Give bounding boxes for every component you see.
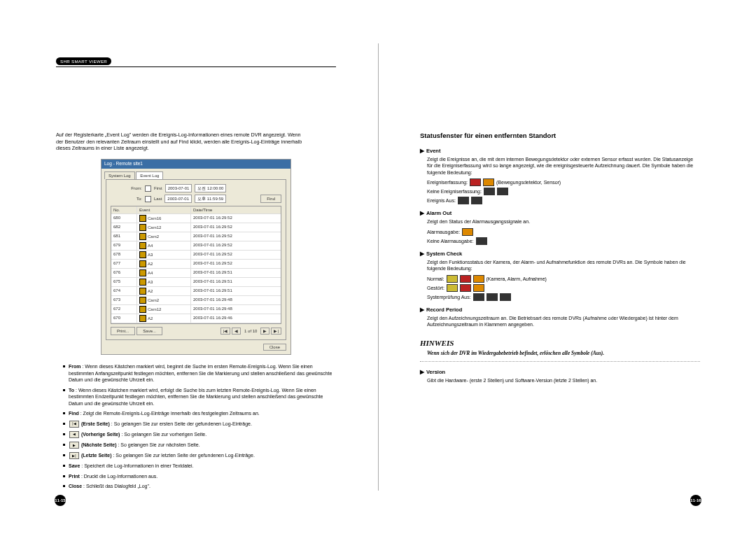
right-content: Statusfenster für einen entfernten Stand… — [420, 132, 700, 384]
close-button[interactable]: Close — [263, 344, 286, 351]
tab-system-log[interactable]: System Log — [104, 171, 135, 179]
first-checkbox[interactable] — [145, 185, 151, 192]
bullet-item: To : Wenn dieses Kästchen markiert wird,… — [63, 387, 336, 407]
table-row[interactable]: 677A22003-07-01 16:29:52 — [111, 260, 281, 269]
alarm-sys-off-icon — [486, 293, 498, 301]
dotted-divider — [420, 361, 700, 362]
to-label: To: — [111, 196, 142, 202]
dialog-panel: From: First 2003-07-01 오전 12:00:00 To: L… — [106, 179, 286, 340]
event-icon — [139, 279, 146, 286]
from-date[interactable]: 2003-07-01 — [165, 184, 192, 192]
nav-icon: ◀ — [69, 431, 79, 438]
section-title: Statusfenster für einen entfernten Stand… — [420, 132, 700, 141]
bullet-item: Close : Schließt das Dialogfeld „Log". — [63, 483, 336, 489]
last-checkbox[interactable] — [145, 196, 151, 202]
hinweis-label: HINWEIS — [420, 338, 700, 349]
table-row[interactable]: 673Cam22003-07-01 16:29:48 — [111, 296, 281, 305]
from-row: From: First 2003-07-01 오전 12:00:00 — [111, 184, 281, 192]
event-icon — [139, 242, 146, 249]
to-row: To: Last 2003-07-01 오후 11:59:59 Find — [111, 195, 281, 203]
record-fault-icon — [473, 284, 484, 292]
print-button[interactable]: Print... — [111, 327, 135, 335]
bullet-item: ▶ (Nächste Seite) : So gelangen Sie zur … — [63, 442, 336, 449]
motion-idle-icon — [484, 188, 495, 195]
spread: SHR SMART VIEWER Auf der Registerkarte „… — [0, 0, 756, 534]
table-row[interactable]: 680Cam162003-07-01 16:29:52 — [111, 214, 281, 223]
left-page: SHR SMART VIEWER Auf der Registerkarte „… — [0, 0, 378, 534]
camera-off-icon — [473, 293, 484, 301]
bullet-item: ▶| (Letzte Seite) : So gelangen Sie zur … — [63, 452, 336, 459]
grid-header: No. Event Date/Time — [111, 206, 281, 214]
table-row[interactable]: 681Cam22003-07-01 16:29:52 — [111, 232, 281, 241]
motion-off-icon — [458, 197, 469, 204]
syscheck-line2: Gestört: — [427, 284, 700, 292]
nav-icon: ▶ — [69, 442, 79, 449]
syscheck-line1: Normal: (Kamera, Alarm, Aufnahme) — [427, 275, 700, 283]
next-page-button[interactable]: ▶ — [260, 328, 270, 335]
motion-detected-icon — [470, 178, 481, 186]
table-row[interactable]: 678A32003-07-01 16:29:52 — [111, 251, 281, 260]
nav-row: Print... Save... |◀ ◀ 1 of 10 ▶ ▶| — [111, 327, 281, 335]
save-button[interactable]: Save... — [136, 327, 162, 335]
tab-event-log[interactable]: Event Log — [136, 171, 163, 179]
event-desc: Zeigt die Ereignisse an, die mit dem int… — [427, 156, 700, 176]
syscheck-line3: Systemprüfung Aus: — [427, 293, 700, 301]
syscheck-heading: ▶System Check — [420, 251, 700, 258]
record-off-icon — [500, 293, 511, 301]
record-ok-icon — [473, 275, 484, 283]
dialog-titlebar: Log - Remote site1 — [102, 160, 290, 169]
table-row[interactable]: 674A22003-07-01 16:29:51 — [111, 287, 281, 296]
record-heading: ▶Record Period — [420, 307, 700, 314]
from-time[interactable]: 오전 12:00:00 — [195, 184, 226, 192]
page-indicator: 1 of 10 — [242, 328, 259, 334]
bullet-item: Print : Druckt die Log-Informationen aus… — [63, 473, 336, 479]
nav-icon: |◀ — [69, 421, 79, 428]
log-dialog: Log - Remote site1 System Log Event Log … — [101, 159, 291, 355]
event-icon — [139, 260, 146, 267]
bullet-item: Find : Zeigt die Remote-Ereignis-Log-Ein… — [63, 410, 336, 416]
syscheck-desc: Zeigt den Funktionsstatus der Kamera, de… — [427, 259, 700, 272]
alarm-off-icon — [476, 237, 487, 245]
hinweis-text: Wenn sich der DVR im Wiedergabebetrieb b… — [427, 350, 700, 357]
prev-page-button[interactable]: ◀ — [232, 328, 241, 335]
table-row[interactable]: 676A42003-07-01 16:29:51 — [111, 269, 281, 278]
event-line3: Ereignis Aus: — [427, 197, 700, 204]
alarm-heading: ▶Alarm Out — [420, 210, 700, 217]
intro-text: Auf der Registerkarte „Event Log" werden… — [56, 132, 308, 152]
event-icon — [139, 224, 146, 231]
event-line1: Ereigniserfassung: (Bewegungsdetektor, S… — [427, 178, 700, 186]
col-datetime: Date/Time — [191, 206, 281, 213]
last-label: Last — [154, 196, 162, 202]
right-page: Statusfenster für einen entfernten Stand… — [378, 0, 756, 534]
event-icon — [139, 288, 146, 295]
event-icon — [139, 306, 146, 313]
event-icon — [139, 251, 146, 258]
header-badge: SHR SMART VIEWER — [56, 57, 111, 65]
alarm-fault-icon — [460, 284, 471, 292]
to-date[interactable]: 2003-07-01 — [164, 195, 192, 203]
table-row[interactable]: 679A42003-07-01 16:29:52 — [111, 241, 281, 251]
bullet-item: From : Wenn dieses Kästchen markiert wir… — [63, 363, 336, 383]
alarm-line1: Alarmausgabe: — [427, 228, 700, 236]
table-row[interactable]: 672Cam122003-07-01 16:29:48 — [111, 305, 281, 314]
camera-fault-icon — [447, 284, 458, 292]
col-no: No. — [111, 206, 137, 213]
page-number-right: 11-16 — [690, 495, 701, 506]
table-row[interactable]: 670A22003-07-01 16:29:46 — [111, 314, 281, 323]
alarm-desc: Zeigt den Status der Alarmausgangssignal… — [427, 218, 700, 225]
sensor-idle-icon — [497, 188, 508, 195]
sensor-detected-icon — [483, 178, 494, 186]
version-desc: Gibt die Hardware- (erste 2 Stellen) und… — [427, 377, 700, 384]
table-row[interactable]: 675A32003-07-01 16:29:51 — [111, 278, 281, 287]
first-page-button[interactable]: |◀ — [220, 328, 231, 335]
log-grid: No. Event Date/Time 680Cam162003-07-01 1… — [111, 206, 281, 324]
to-time[interactable]: 오후 11:59:59 — [195, 195, 226, 203]
find-button[interactable]: Find — [260, 195, 281, 203]
bullet-item: |◀ (Erste Seite) : So gelangen Sie zur e… — [63, 421, 336, 428]
record-desc: Zeigt den Aufzeichnungszeitraum an. Die … — [427, 315, 700, 328]
last-page-button[interactable]: ▶| — [271, 328, 281, 335]
table-row[interactable]: 682Cam122003-07-01 16:29:52 — [111, 223, 281, 232]
col-event: Event — [137, 206, 191, 213]
bullet-item: ◀ (Vorherige Seite) : So gelangen Sie zu… — [63, 431, 336, 438]
from-label: From: — [111, 185, 142, 191]
